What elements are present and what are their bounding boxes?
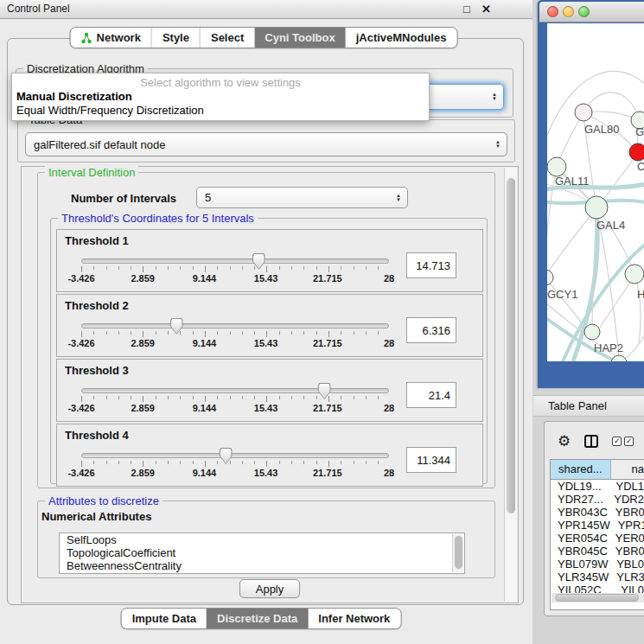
node-h[interactable] (625, 265, 644, 284)
tab-network[interactable]: Network (71, 28, 151, 48)
table-row[interactable]: YLR345WYLR3 (551, 571, 644, 583)
attributes-group: Attributes to discretize Numerical Attri… (37, 501, 495, 578)
control-panel-tabbar: Network Style Select Cyni Toolbox jActiv… (70, 27, 458, 48)
table-panel-title: Table Panel (548, 399, 607, 412)
list-item[interactable]: TopologicalCoefficient (60, 546, 464, 559)
table-row[interactable]: YBL079WYBL0 (551, 558, 644, 571)
slider-track[interactable] (81, 453, 389, 458)
combo-stepper-icon: ▲▼ (495, 140, 501, 149)
node-label: GCY1 (547, 288, 577, 301)
node-label: HAP2 (594, 341, 623, 354)
close-traffic-light-icon[interactable] (547, 6, 558, 17)
slider-thumb[interactable] (220, 448, 233, 464)
number-of-intervals-combo[interactable]: 5 ▲▼ (196, 187, 408, 208)
slider-thumb[interactable] (318, 383, 331, 399)
table-row[interactable]: YPR145WYPR1 (551, 519, 644, 532)
close-window-icon[interactable]: ✕ (481, 0, 491, 19)
node-selected-red[interactable] (629, 143, 644, 161)
algorithm-option-manual[interactable]: Manual Discretization (12, 90, 429, 104)
algorithm-option-equal-width[interactable]: Equal Width/Frequency Discretization (12, 104, 429, 118)
algorithm-placeholder-item[interactable]: Select algorithm to view settings (12, 73, 429, 90)
checkbox-group: ✓ ✓ (612, 437, 634, 446)
slider-tick-labels: -3.4262.859 9.14415.43 21.71528 (81, 403, 389, 413)
table-data-combo[interactable]: galFiltered.sif default node ▲▼ (25, 132, 507, 156)
threshold-1-panel: Threshold 1 -3.4262.859 9.14415.43 21.71… (56, 229, 483, 292)
threshold-4-slider[interactable]: -3.4262.859 9.14415.43 21.71528 (81, 452, 389, 478)
slider-ticks (81, 331, 389, 337)
interval-definition-group: Interval Definition Number of Intervals … (37, 172, 495, 488)
list-item[interactable]: BetweennessCentrality (60, 559, 464, 572)
table-row[interactable]: YBR045CYBR0 (551, 545, 644, 558)
slider-ticks (81, 266, 389, 272)
node-hap2[interactable] (584, 324, 600, 340)
algorithm-dropdown-popup: Select algorithm to view settings Manual… (11, 73, 430, 121)
table-row[interactable]: YDL19...YDL1 (551, 480, 644, 493)
table-row[interactable]: YBR043CYBR0 (551, 506, 644, 519)
checkbox-icon[interactable]: ✓ (624, 437, 634, 446)
node-gal4[interactable] (585, 196, 608, 219)
slider-track[interactable] (81, 258, 389, 264)
node-bottom[interactable] (611, 355, 627, 361)
network-graph: GAL80 GA C GAL11 GAL4 GCY1 H HAP2 (547, 23, 644, 361)
threshold-2-value-field[interactable]: 6.316 (406, 317, 456, 343)
node-gcy1[interactable] (547, 270, 553, 285)
threshold-2-label: Threshold 2 (65, 299, 129, 312)
threshold-4-value-field[interactable]: 11.344 (406, 447, 456, 473)
table-data-combo-value: galFiltered.sif default node (34, 138, 165, 151)
float-window-icon[interactable]: □ (463, 0, 470, 19)
minimize-traffic-light-icon[interactable] (563, 6, 574, 17)
apply-button[interactable]: Apply (239, 579, 300, 598)
list-item[interactable]: SelfLoops (60, 533, 464, 546)
control-panel: Control Panel □ ✕ Network Style Select (0, 0, 532, 644)
numerical-attributes-list: SelfLoops TopologicalCoefficient Between… (59, 532, 465, 574)
cyni-bottom-tabbar: Impute Data Discretize Data Infer Networ… (121, 608, 402, 629)
tab-jactivemnodules[interactable]: jActiveMNodules (346, 28, 457, 48)
slider-track[interactable] (81, 388, 389, 393)
threshold-3-value-field[interactable]: 21.4 (406, 382, 456, 408)
network-window-titlebar (539, 2, 644, 22)
checkbox-icon[interactable]: ✓ (612, 437, 622, 446)
attributes-group-title: Attributes to discretize (45, 494, 163, 507)
column-chooser-icon[interactable] (584, 435, 598, 448)
tab-select[interactable]: Select (200, 28, 254, 48)
node-label: GA (635, 125, 644, 138)
network-canvas[interactable]: GAL80 GA C GAL11 GAL4 GCY1 H HAP2 (547, 23, 644, 361)
table-header-row: shared... na (551, 460, 644, 480)
gear-icon[interactable]: ⚙ (558, 434, 571, 449)
node-gal80[interactable] (575, 104, 592, 121)
settings-scroll-panel: Interval Definition Number of Intervals … (21, 166, 519, 603)
threshold-3-slider[interactable]: -3.4262.859 9.14415.43 21.71528 (81, 387, 389, 413)
zoom-traffic-light-icon[interactable] (578, 6, 590, 17)
tab-style[interactable]: Style (151, 28, 200, 48)
table-panel-header: Table Panel (533, 395, 644, 417)
tab-impute-data-label: Impute Data (132, 612, 196, 625)
tab-discretize-data[interactable]: Discretize Data (207, 609, 308, 628)
control-panel-titlebar: Control Panel □ ✕ (0, 0, 532, 19)
tab-cyni-toolbox[interactable]: Cyni Toolbox (254, 28, 345, 48)
threshold-coordinates-group-title: Threshold's Coordinates for 5 Intervals (58, 212, 258, 225)
threshold-1-slider[interactable]: -3.4262.859 9.14415.43 21.71528 (81, 258, 389, 284)
table-row[interactable]: YDR27...YDR2 (551, 493, 644, 506)
node-table: shared... na YDL19...YDL1 YDR27...YDR2 Y… (550, 459, 644, 610)
slider-track[interactable] (81, 323, 389, 328)
slider-tick-labels: -3.4262.859 9.14415.43 21.71528 (81, 338, 389, 348)
column-header-shared[interactable]: shared... (551, 460, 611, 479)
control-panel-title: Control Panel (7, 3, 70, 15)
attributes-list-scrollbar[interactable] (452, 534, 463, 572)
tab-infer-network[interactable]: Infer Network (308, 609, 400, 628)
settings-scrollbar-thumb[interactable] (507, 178, 515, 513)
column-header-name[interactable]: na (611, 460, 644, 479)
table-row[interactable]: YER054CYER0 (551, 532, 644, 545)
table-horizontal-scrollbar-thumb[interactable] (555, 594, 639, 602)
threshold-2-slider[interactable]: -3.4262.859 9.14415.43 21.71528 (81, 322, 389, 348)
threshold-coordinates-group: Threshold's Coordinates for 5 Intervals … (50, 218, 488, 484)
slider-thumb[interactable] (252, 253, 265, 270)
tab-impute-data[interactable]: Impute Data (122, 609, 207, 628)
node-gal11[interactable] (547, 157, 566, 176)
node-label: GAL80 (584, 123, 619, 136)
table-horizontal-scrollbar[interactable] (552, 593, 644, 603)
threshold-1-value-field[interactable]: 14.713 (406, 252, 456, 278)
slider-thumb[interactable] (170, 318, 183, 335)
settings-scrollbar[interactable] (504, 168, 517, 602)
number-of-intervals-value: 5 (205, 191, 211, 204)
